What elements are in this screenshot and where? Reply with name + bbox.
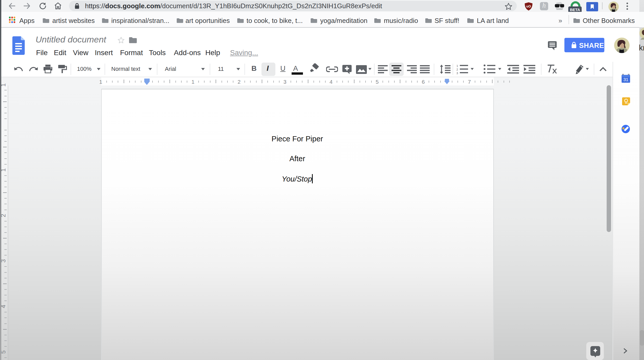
- svg-text:2: 2: [456, 68, 458, 71]
- svg-text:31: 31: [623, 77, 628, 82]
- svg-text:uO: uO: [526, 4, 531, 8]
- svg-text:1: 1: [456, 64, 458, 67]
- svg-text:3: 3: [456, 72, 458, 74]
- svg-text:BETA: BETA: [570, 7, 580, 12]
